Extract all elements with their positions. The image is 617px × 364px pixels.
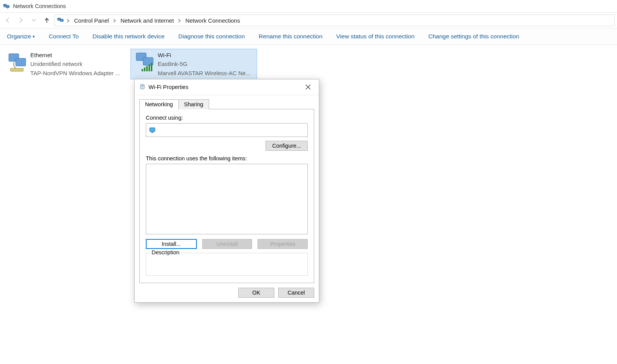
ethernet-icon <box>6 51 30 77</box>
svg-rect-19 <box>151 132 153 133</box>
dialog-titlebar[interactable]: Wi-Fi Properties <box>135 79 319 95</box>
change-settings-button[interactable]: Change settings of this connection <box>428 33 519 40</box>
connection-items-listbox[interactable] <box>146 164 308 234</box>
nav-up-button[interactable] <box>41 15 52 26</box>
dialog-title: Wi-Fi Properties <box>148 84 188 90</box>
disable-device-button[interactable]: Disable this network device <box>92 33 165 40</box>
svg-rect-16 <box>140 84 144 89</box>
adapter-display[interactable] <box>146 123 308 137</box>
svg-point-17 <box>142 85 143 86</box>
svg-rect-18 <box>150 128 155 132</box>
connection-item-ethernet[interactable]: Ethernet Unidentified network TAP-NordVP… <box>3 49 130 79</box>
breadcrumb[interactable]: Control Panel Network and Internet Netwo… <box>54 15 615 26</box>
svg-rect-8 <box>10 68 23 71</box>
tab-networking[interactable]: Networking <box>139 99 179 109</box>
dialog-tabs: Networking Sharing <box>139 99 314 109</box>
breadcrumb-root-icon <box>57 17 64 24</box>
diagnose-connection-button[interactable]: Diagnose this connection <box>178 33 245 40</box>
addressbar: Control Panel Network and Internet Netwo… <box>0 12 617 28</box>
chevron-right-icon <box>177 17 182 24</box>
network-connections-icon <box>3 3 10 10</box>
wifi-icon <box>133 51 158 77</box>
connection-status: Unidentified network <box>30 59 127 68</box>
connect-to-button[interactable]: Connect To <box>49 33 79 40</box>
connection-name: Ethernet <box>30 51 127 59</box>
view-status-button[interactable]: View status of this connection <box>336 33 414 40</box>
svg-rect-15 <box>151 63 152 71</box>
chevron-right-icon <box>66 17 71 24</box>
connect-using-label: Connect using: <box>146 115 308 121</box>
organize-menu[interactable]: Organize ▾ <box>7 33 35 40</box>
breadcrumb-item[interactable]: Control Panel <box>73 17 111 24</box>
svg-rect-11 <box>142 69 143 71</box>
connection-device: TAP-NordVPN Windows Adapter ... <box>30 69 127 77</box>
connection-name: Wi-Fi <box>158 51 254 59</box>
tab-sharing[interactable]: Sharing <box>178 99 209 109</box>
breadcrumb-item[interactable]: Network Connections <box>184 17 242 24</box>
nav-forward-button[interactable] <box>15 15 26 26</box>
dialog-footer: OK Cancel <box>135 283 319 302</box>
tool-label: Organize <box>7 33 31 40</box>
connection-device: Marvell AVASTAR Wireless-AC Ne... <box>158 69 254 77</box>
connection-item-wifi[interactable]: Wi-Fi Eastlink-5G Marvell AVASTAR Wirele… <box>130 49 257 79</box>
install-button[interactable]: Install... <box>146 239 197 249</box>
svg-rect-13 <box>146 66 148 71</box>
nav-back-button[interactable] <box>2 15 13 26</box>
uninstall-button[interactable]: Uninstall <box>202 239 252 249</box>
ok-button[interactable]: OK <box>238 288 274 298</box>
description-group: Description <box>146 253 308 276</box>
explorer-command-bar: Organize ▾ Connect To Disable this netwo… <box>0 28 617 45</box>
connections-list: Ethernet Unidentified network TAP-NordVP… <box>0 45 617 83</box>
properties-button[interactable]: Properties <box>257 239 308 249</box>
monitor-icon <box>149 127 156 133</box>
explorer-titlebar: Network Connections <box>0 0 617 12</box>
connection-status: Eastlink-5G <box>158 59 254 68</box>
wifi-properties-dialog: Wi-Fi Properties Networking Sharing Conn… <box>134 79 319 303</box>
configure-button[interactable]: Configure... <box>266 141 308 151</box>
uses-items-label: This connection uses the following items… <box>146 155 308 161</box>
nav-recent-dropdown[interactable] <box>28 15 39 26</box>
networking-panel: Connect using: Configure... This connect… <box>139 109 314 283</box>
adapter-small-icon <box>139 84 145 91</box>
svg-rect-12 <box>144 68 145 71</box>
svg-rect-1 <box>6 5 9 8</box>
breadcrumb-item[interactable]: Network and Internet <box>119 17 175 24</box>
rename-connection-button[interactable]: Rename this connection <box>259 33 322 40</box>
close-icon <box>305 84 311 90</box>
chevron-right-icon <box>112 17 117 24</box>
svg-rect-5 <box>60 19 63 21</box>
cancel-button[interactable]: Cancel <box>278 288 314 298</box>
description-legend: Description <box>150 249 181 255</box>
close-button[interactable] <box>300 80 316 94</box>
svg-rect-7 <box>16 58 26 66</box>
chevron-down-icon: ▾ <box>33 34 35 39</box>
svg-rect-14 <box>148 64 150 71</box>
window-title: Network Connections <box>13 3 66 9</box>
